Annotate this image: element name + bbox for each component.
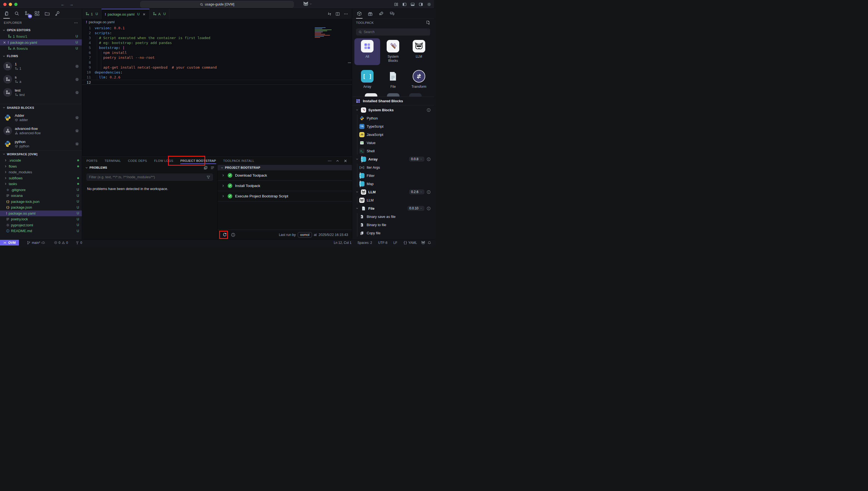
bootstrap-step-install[interactable]: ✓ Install Toolpack	[218, 181, 352, 191]
category-system-blocks[interactable]: System Blocks	[380, 38, 406, 65]
info-icon[interactable]	[427, 108, 431, 112]
collapse-all-icon[interactable]	[204, 166, 208, 170]
command-center-search[interactable]: usage-guide [OVM]	[140, 1, 294, 8]
eol-item[interactable]: LF	[391, 241, 399, 245]
chevron-down-icon[interactable]	[85, 166, 88, 170]
rocket-icon[interactable]	[378, 10, 384, 17]
block-llm[interactable]: LLM	[356, 196, 434, 204]
panel-more-icon[interactable]	[328, 159, 332, 163]
close-icon[interactable]	[3, 41, 6, 44]
info-icon[interactable]	[427, 190, 431, 194]
file-row-pyproject[interactable]: pyproject.tomlU	[0, 222, 82, 228]
git-branch-item[interactable]: main*	[25, 241, 47, 245]
tab-package-oo-yaml[interactable]: ! package.oo.yaml U	[102, 9, 150, 19]
file-row-package-lock[interactable]: {}package-lock.jsonU	[0, 199, 82, 205]
encoding-item[interactable]: UTF-8	[376, 241, 389, 245]
tab-flow-a[interactable]: A U	[150, 9, 169, 19]
tab-ports[interactable]: PORTS	[86, 157, 98, 165]
ovm-badge[interactable]: OVM	[0, 240, 19, 246]
close-window-button[interactable]	[3, 3, 6, 6]
category-file[interactable]: File	[380, 68, 406, 91]
problems-status-item[interactable]: 0 0	[52, 241, 70, 245]
close-panel-icon[interactable]	[344, 159, 348, 163]
group-system-blocks[interactable]: System Blocks	[352, 106, 434, 114]
close-icon[interactable]	[142, 12, 146, 16]
file-row-oocana[interactable]: oocanaU	[0, 193, 82, 199]
flow-card[interactable]: s a	[0, 73, 82, 86]
maximize-panel-icon[interactable]	[335, 159, 340, 163]
block-filter[interactable]: [ ]Filter	[356, 171, 434, 180]
rerun-bootstrap-icon[interactable]	[222, 232, 227, 237]
shared-block-card[interactable]: python python	[0, 137, 82, 150]
block-javascript[interactable]: JSJavaScript	[356, 131, 434, 139]
toggle-panel-icon[interactable]	[410, 2, 415, 6]
block-map[interactable]: [ ]Map	[356, 180, 434, 188]
open-editor-item[interactable]: A flows/a U	[0, 46, 82, 51]
gear-icon[interactable]	[75, 77, 79, 82]
flows-activity-icon[interactable]: 44	[24, 10, 30, 17]
editor-scrollbar[interactable]	[348, 62, 351, 63]
gear-icon[interactable]	[75, 64, 79, 68]
block-value[interactable]: Value	[356, 139, 434, 147]
array-version-select[interactable]: 0.0.8	[409, 157, 425, 162]
tab-flow-logs[interactable]: FLOW LOGS	[154, 157, 173, 165]
shared-block-card[interactable]: Adder adder	[0, 111, 82, 124]
filter-funnel-icon[interactable]	[206, 175, 211, 179]
open-changes-icon[interactable]	[327, 12, 332, 16]
open-editor-item-active[interactable]: ! package.oo.yaml U	[0, 39, 82, 46]
breadcrumb[interactable]: ! package.oo.yaml	[82, 19, 352, 25]
category-array[interactable]: [ ] Array	[354, 68, 380, 91]
category-all[interactable]: All	[354, 38, 380, 65]
block-binary-to-file[interactable]: Binary to file	[356, 221, 434, 229]
folder-row-subflows[interactable]: subflows	[0, 175, 82, 181]
block-iter-args[interactable]: [x]Iter Args	[356, 163, 434, 171]
category-transform[interactable]: Transform	[406, 68, 432, 91]
tab-toolpack-install[interactable]: TOOLPACK INSTALL	[223, 157, 254, 165]
open-editors-header[interactable]: OPEN EDITORS	[0, 27, 82, 33]
folder-row-tasks[interactable]: tasks	[0, 181, 82, 187]
info-icon[interactable]	[427, 206, 431, 210]
ports-status-item[interactable]: 0	[74, 241, 84, 245]
gear-icon[interactable]	[75, 116, 79, 120]
flows-header[interactable]: FLOWS	[0, 53, 82, 60]
language-mode-item[interactable]: {} YAML	[402, 241, 419, 245]
forward-icon[interactable]: →	[69, 2, 73, 6]
block-copy-file[interactable]: Copy file	[356, 229, 434, 237]
help-icon[interactable]	[231, 233, 235, 237]
folder-row-vscode[interactable]: .vscode	[0, 157, 82, 164]
gear-icon[interactable]	[75, 90, 79, 94]
toggle-sidebar-right-icon[interactable]	[419, 2, 423, 6]
indentation-item[interactable]: Spaces: 2	[355, 241, 374, 245]
new-toolpack-icon[interactable]	[426, 21, 430, 25]
group-array[interactable]: [ ] Array 0.0.8	[352, 155, 434, 163]
bootstrap-step-download[interactable]: ✓ Download Toolpack	[218, 170, 352, 181]
shared-blocks-header[interactable]: SHARED BLOCKS	[0, 104, 82, 111]
customize-layout-icon[interactable]	[394, 2, 399, 6]
toolpack-cube-icon[interactable]	[356, 10, 362, 17]
llm-version-select[interactable]: 0.2.6	[409, 190, 425, 194]
file-row-poetry-lock[interactable]: poetry.lockU	[0, 216, 82, 222]
gear-icon[interactable]	[75, 129, 79, 133]
gear-icon[interactable]	[75, 142, 79, 146]
search-activity-icon[interactable]	[13, 10, 20, 17]
category-llm[interactable]: LLM	[406, 38, 432, 65]
settings-gear-icon[interactable]	[427, 2, 431, 6]
key-activity-icon[interactable]	[54, 10, 60, 17]
minimap[interactable]	[315, 27, 334, 38]
toggle-sidebar-left-icon[interactable]	[402, 2, 407, 6]
block-binary-save-as-file[interactable]: Binary save as file	[356, 212, 434, 221]
block-python[interactable]: Python	[356, 114, 434, 122]
shared-block-card[interactable]: advanced-flow advanced-flow	[0, 124, 82, 137]
file-row-readme[interactable]: README.mdU	[0, 228, 82, 234]
explorer-more-icon[interactable]	[74, 21, 78, 25]
chevron-down-icon[interactable]	[220, 166, 224, 170]
file-row-package-json[interactable]: {}package.jsonU	[0, 204, 82, 210]
tab-terminal[interactable]: TERMINAL	[105, 157, 121, 165]
group-file[interactable]: File 0.0.10	[352, 204, 434, 212]
bootstrap-step-execute[interactable]: ✓ Execute Project Bootstrap Script	[218, 191, 352, 201]
tab-flow-1[interactable]: 1 U	[82, 9, 102, 19]
file-version-select[interactable]: 0.0.10	[407, 206, 425, 211]
block-shell[interactable]: >_Shell	[356, 147, 434, 155]
view-as-list-icon[interactable]	[211, 166, 215, 170]
folder-row-flows[interactable]: flows	[0, 164, 82, 170]
